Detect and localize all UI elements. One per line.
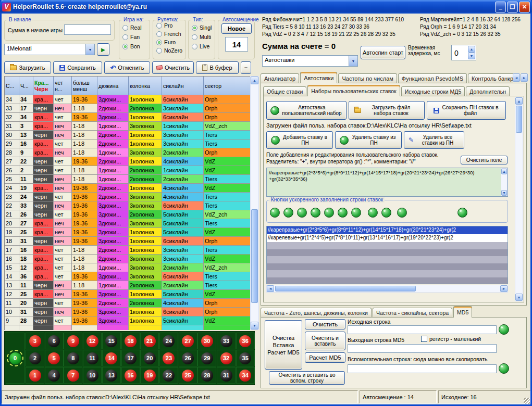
bets-list-item[interactable]: //кареправые+gr(2*3*5*6)+gr(8*9*11*12)+g… [267, 226, 508, 234]
list-h-scrollbar[interactable]: ◄ ► [266, 285, 508, 293]
table-row[interactable]: 3234кра...чет19-363дюжи...1колонка6сикла… [5, 113, 250, 122]
roulette-cell[interactable]: 11 [83, 350, 102, 366]
table-row[interactable]: 1716кра...чет1-182дюжи...1колонка3сиклай… [5, 246, 250, 255]
md5-clear-button[interactable]: Очистить [305, 319, 345, 329]
new-number-button[interactable]: Новое [221, 23, 252, 34]
quick-fill-button[interactable] [311, 208, 320, 218]
table-row[interactable]: 1925кра...неч19-363дюжи...1колонка5сикла… [5, 228, 250, 237]
panel-scrollbar-thumb[interactable] [516, 106, 522, 133]
roulette-cell[interactable]: 3 [26, 333, 44, 349]
table-scrollbar-thumb[interactable] [251, 209, 258, 303]
spin-up-icon[interactable]: ▲ [468, 46, 475, 53]
spin-down-icon[interactable]: ▼ [468, 53, 475, 59]
table-header-cell[interactable]: Кра...Черн [33, 77, 54, 95]
chevron-down-icon[interactable]: ▼ [85, 44, 94, 55]
roulette-zero-cell[interactable]: 0 [6, 333, 24, 384]
roulette-cell[interactable]: 19 [140, 367, 159, 384]
delete-bet-button[interactable]: Удалить ставку из ПН [335, 131, 402, 149]
roulette-cell[interactable]: 1 [26, 367, 44, 384]
table-row[interactable]: 2419кра...неч19-362дюжи...1колонка4сикла… [5, 184, 250, 193]
md5-big-button[interactable]: Очистка Вставка Расчет MD5 [265, 320, 302, 370]
table-row[interactable]: 1512кра...чет1-181дюжи...3колонка2сиклай… [5, 263, 250, 272]
roulette-cell[interactable]: 33 [217, 333, 236, 349]
roulette-cell[interactable]: 12 [83, 333, 102, 349]
tab-psevdoms[interactable]: Функционал PsevdoMS [398, 73, 467, 83]
autospin-start-button[interactable]: Автоспин старт [361, 46, 405, 59]
load-bet-set-button[interactable]: Загрузить файл набора ставок [349, 101, 425, 120]
tab-scroll-right-icon[interactable]: ► [521, 73, 528, 82]
table-row[interactable]: 1618кра...чет1-182дюжи...3колонка3сиклай… [5, 255, 250, 263]
table-header-cell[interactable]: сектор [204, 77, 250, 95]
checkbox-icon[interactable] [421, 336, 427, 342]
panel-scrollbar[interactable]: ▲ ▼ [515, 97, 523, 301]
autobets-combobox[interactable]: Автоставки ▼ [262, 55, 358, 67]
roulette-cell[interactable]: 30 [197, 333, 216, 349]
radio-fan[interactable]: Fan [122, 34, 140, 40]
quick-fill-button[interactable] [338, 208, 348, 218]
quick-fill-button[interactable] [297, 208, 307, 218]
scroll-down-icon[interactable]: ▼ [501, 190, 507, 196]
table-row[interactable]: 2916кра...чет1-182дюжи...1колонка3сиклай… [5, 139, 250, 148]
quick-fill-button[interactable] [397, 208, 407, 218]
title-bar[interactable]: V HelperRoullet 5.6- create helperroulle… [0, 0, 532, 14]
play-button[interactable]: ► [97, 43, 109, 56]
copy-buffer-button[interactable]: В буфер [196, 61, 239, 74]
table-header-cell[interactable]: дюжина [97, 77, 129, 95]
table-row[interactable]: 1831черннеч19-363дюжи...1колонка6сиклайн… [5, 237, 250, 246]
table-row[interactable]: 313кра...неч1-181дюжи...3колонка1сиклайн… [5, 122, 250, 131]
roulette-cell[interactable]: 35 [236, 350, 255, 366]
minus-button[interactable]: − [241, 61, 251, 74]
scroll-down-icon[interactable]: ▼ [251, 322, 258, 329]
delay-spinner[interactable]: 0 ▲ ▼ [451, 45, 476, 60]
tab-autobets[interactable]: Автоставки [300, 72, 337, 83]
table-header-cell[interactable]: сиклайн [162, 77, 204, 95]
roulette-cell[interactable]: 2 [26, 350, 44, 366]
table-row[interactable]: 3434кра...чет19-363дюжи...1колонка6сикла… [5, 95, 250, 104]
roulette-cell[interactable]: 26 [179, 350, 197, 366]
table-row[interactable]: 1311черннеч1-181дюжи...2колонка2сиклайнT… [5, 281, 250, 290]
table-row[interactable]: 3013черннеч1-182дюжи...1колонка3сиклайнT… [5, 131, 250, 139]
roulette-cell[interactable]: 13 [102, 367, 121, 384]
preset-combobox[interactable]: 1Melonati ▼ [4, 44, 95, 55]
table-row[interactable]: 2233черннеч19-363дюжи...3колонка6сиклайн… [5, 201, 250, 210]
table-header-cell[interactable]: четн... [54, 77, 72, 95]
md5-aux-action-icon[interactable] [499, 363, 509, 374]
edit-field-scrollbar[interactable]: ▲ ▼ [501, 168, 508, 196]
roulette-cell[interactable]: 20 [140, 350, 159, 366]
lowercase-checkbox[interactable]: регистр - маленький [421, 336, 481, 342]
radio-french[interactable]: French [156, 31, 181, 37]
delete-all-bets-button[interactable]: ✎ Удалить все ставки из ПН [404, 131, 464, 149]
roulette-cell[interactable]: 29 [197, 350, 216, 366]
tab-freq-chances[interactable]: Частота - Zero, шансы, дюжины, колонки [261, 308, 372, 318]
quick-fill-button[interactable] [368, 208, 378, 218]
roulette-cell[interactable]: 10 [83, 367, 102, 384]
table-row[interactable]: 2511черннеч1-181дюжи...2колонка2сиклайнT… [5, 175, 250, 184]
roulette-cell[interactable]: 16 [121, 367, 140, 384]
bet-edit-field[interactable]: //кареправые+gr(2*3*5*6)+gr(8*9*11*12)+g… [266, 168, 508, 197]
roulette-cell[interactable]: 24 [159, 333, 178, 349]
radio-nozero[interactable]: NoZero [156, 47, 182, 54]
roulette-cell[interactable]: 6 [45, 333, 64, 349]
tab-md5-source-strings[interactable]: Исходные строки МД5 [401, 86, 465, 96]
roulette-cell[interactable]: 31 [217, 367, 236, 384]
quick-fill-button[interactable] [351, 208, 361, 218]
md5-source-input[interactable] [348, 325, 497, 334]
quick-fill-button[interactable] [324, 208, 334, 218]
radio-multi[interactable]: Multi [192, 34, 211, 40]
radio-singl[interactable]: Singl [192, 24, 212, 31]
clear-button[interactable]: Очистить [152, 61, 194, 74]
roulette-cell[interactable]: 34 [236, 367, 255, 384]
md5-aux-input[interactable] [348, 364, 497, 373]
table-row[interactable]: 3317черннеч1-182дюжи...2колонка3сиклайнO… [5, 104, 250, 113]
close-button[interactable]: ✕ [519, 2, 530, 12]
undo-button[interactable]: ↶Отменить [104, 61, 150, 74]
table-row[interactable]: 262чернчет1-181дюжи...2колонка1сиклайнVd… [5, 166, 250, 175]
scroll-up-icon[interactable]: ▲ [515, 97, 523, 105]
bets-list[interactable]: //кареправые+gr(2*3*5*6)+gr(8*9*11*12)+g… [266, 226, 508, 284]
tab-additional[interactable]: Дополнительн [466, 86, 510, 96]
radio-real[interactable]: Real [122, 24, 142, 31]
radio-bon[interactable]: Bon [122, 43, 140, 49]
chevron-down-icon[interactable]: ▼ [349, 56, 357, 66]
table-header-cell[interactable]: колонка [129, 77, 162, 95]
tab-md5[interactable]: MD5 [453, 306, 472, 318]
